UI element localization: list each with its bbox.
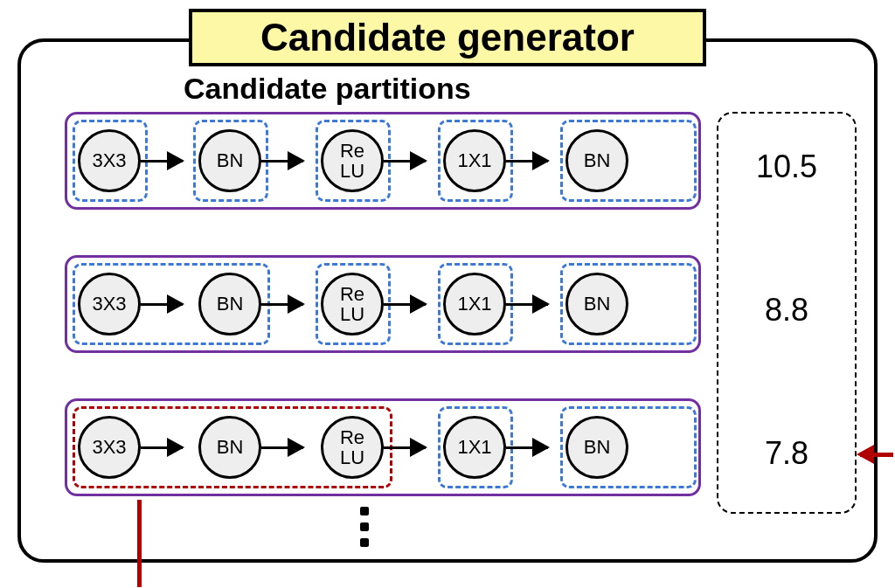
output-line-icon <box>137 500 142 587</box>
arrow <box>141 303 183 306</box>
node-relu: Re LU <box>321 416 384 479</box>
node-bn: BN <box>198 129 261 192</box>
node-bn: BN <box>565 416 628 479</box>
arrow <box>141 446 183 449</box>
arrow <box>506 446 548 449</box>
subtitle: Candidate partitions <box>184 72 471 106</box>
partition-2: 3X3 BN Re LU 1X1 BN <box>65 255 701 353</box>
selection-arrow-icon <box>860 453 893 457</box>
node-relu: Re LU <box>321 129 384 192</box>
arrow <box>506 160 548 163</box>
score-1: 10.5 <box>718 149 855 185</box>
arrow <box>384 446 426 449</box>
scores-box: 10.5 8.8 7.8 <box>717 112 857 514</box>
title-text: Candidate generator <box>260 16 635 59</box>
node-conv3: 3X3 <box>78 416 141 479</box>
node-bn: BN <box>198 273 261 336</box>
node-relu: Re LU <box>321 273 384 336</box>
arrow <box>141 160 183 163</box>
node-conv1: 1X1 <box>443 416 506 479</box>
ellipsis-icon <box>360 507 369 547</box>
partition-3: 3X3 BN Re LU 1X1 BN <box>65 398 701 496</box>
arrow <box>261 303 303 306</box>
node-conv1: 1X1 <box>443 129 506 192</box>
arrow <box>384 303 426 306</box>
node-conv3: 3X3 <box>78 273 141 336</box>
arrow <box>261 160 303 163</box>
node-conv1: 1X1 <box>443 273 506 336</box>
score-3: 7.8 <box>718 435 855 472</box>
node-bn: BN <box>198 416 261 479</box>
node-bn: BN <box>565 129 628 192</box>
arrow <box>384 160 426 163</box>
arrow <box>261 446 303 449</box>
arrow <box>506 303 548 306</box>
partition-1: 3X3 BN Re LU 1X1 BN <box>65 112 701 210</box>
node-bn: BN <box>565 273 628 336</box>
node-conv3: 3X3 <box>78 129 141 192</box>
score-2: 8.8 <box>718 292 855 329</box>
title-box: Candidate generator <box>189 9 706 66</box>
